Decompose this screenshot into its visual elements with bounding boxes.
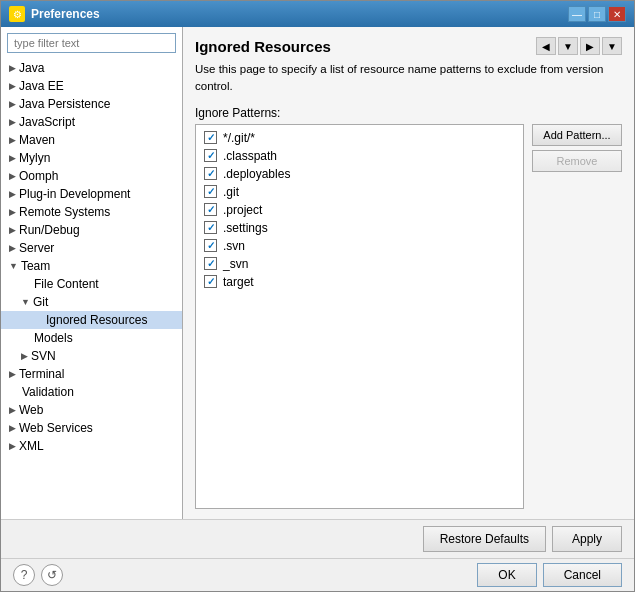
remove-button[interactable]: Remove [532, 150, 622, 172]
content-area: ▶Java▶Java EE▶Java Persistence▶JavaScrip… [1, 27, 634, 519]
tree-item-svn[interactable]: ▶SVN [1, 347, 182, 365]
expand-arrow-run-debug: ▶ [9, 225, 16, 235]
tree-item-terminal[interactable]: ▶Terminal [1, 365, 182, 383]
tree-label-svn: SVN [31, 349, 56, 363]
pattern-checkbox-2[interactable] [204, 167, 217, 180]
tree-label-team: Team [21, 259, 50, 273]
expand-arrow-javascript: ▶ [9, 117, 16, 127]
footer-bar: ? ↺ OK Cancel [1, 558, 634, 591]
expand-arrow-remote-systems: ▶ [9, 207, 16, 217]
tree-item-java[interactable]: ▶Java [1, 59, 182, 77]
back-button[interactable]: ◀ [536, 37, 556, 55]
expand-arrow-web: ▶ [9, 405, 16, 415]
dropdown-button[interactable]: ▼ [558, 37, 578, 55]
pattern-checkbox-1[interactable] [204, 149, 217, 162]
pattern-item-0[interactable]: */.git/* [198, 129, 521, 147]
expand-arrow-oomph: ▶ [9, 171, 16, 181]
add-pattern-button[interactable]: Add Pattern... [532, 124, 622, 146]
close-button[interactable]: ✕ [608, 6, 626, 22]
maximize-button[interactable]: □ [588, 6, 606, 22]
tree-item-oomph[interactable]: ▶Oomph [1, 167, 182, 185]
tree-label-file-content: File Content [34, 277, 99, 291]
nav-menu-button[interactable]: ▼ [602, 37, 622, 55]
preferences-window: ⚙ Preferences — □ ✕ ▶Java▶Java EE▶Java P… [0, 0, 635, 592]
expand-arrow-mylyn: ▶ [9, 153, 16, 163]
tree-item-run-debug[interactable]: ▶Run/Debug [1, 221, 182, 239]
pattern-label-2: .deployables [223, 167, 290, 181]
tree-item-models[interactable]: Models [1, 329, 182, 347]
pattern-checkbox-0[interactable] [204, 131, 217, 144]
forward-button[interactable]: ▶ [580, 37, 600, 55]
tree-label-models: Models [34, 331, 73, 345]
tree-label-git: Git [33, 295, 48, 309]
tree-label-remote-systems: Remote Systems [19, 205, 110, 219]
tree-item-web[interactable]: ▶Web [1, 401, 182, 419]
tree-label-terminal: Terminal [19, 367, 64, 381]
pattern-checkbox-4[interactable] [204, 203, 217, 216]
pattern-checkbox-7[interactable] [204, 257, 217, 270]
tree-item-server[interactable]: ▶Server [1, 239, 182, 257]
expand-arrow-java: ▶ [9, 63, 16, 73]
window-icon: ⚙ [9, 6, 25, 22]
restore-defaults-button[interactable]: Restore Defaults [423, 526, 546, 552]
tree-item-mylyn[interactable]: ▶Mylyn [1, 149, 182, 167]
tree-item-java-ee[interactable]: ▶Java EE [1, 77, 182, 95]
pattern-item-2[interactable]: .deployables [198, 165, 521, 183]
pattern-label-5: .settings [223, 221, 268, 235]
pattern-checkbox-5[interactable] [204, 221, 217, 234]
tree-label-validation: Validation [22, 385, 74, 399]
tree-label-xml: XML [19, 439, 44, 453]
expand-arrow-server: ▶ [9, 243, 16, 253]
pattern-item-7[interactable]: _svn [198, 255, 521, 273]
pattern-label-3: .git [223, 185, 239, 199]
tree-label-java-persistence: Java Persistence [19, 97, 110, 111]
pattern-item-8[interactable]: target [198, 273, 521, 291]
preferences-icon[interactable]: ↺ [41, 564, 63, 586]
minimize-button[interactable]: — [568, 6, 586, 22]
pattern-checkbox-8[interactable] [204, 275, 217, 288]
ok-button[interactable]: OK [477, 563, 536, 587]
pattern-item-6[interactable]: .svn [198, 237, 521, 255]
tree-label-maven: Maven [19, 133, 55, 147]
help-icon[interactable]: ? [13, 564, 35, 586]
tree-item-git[interactable]: ▼Git [1, 293, 182, 311]
tree-label-web: Web [19, 403, 43, 417]
tree-item-ignored-resources[interactable]: Ignored Resources [1, 311, 182, 329]
expand-arrow-git: ▼ [21, 297, 30, 307]
title-buttons: — □ ✕ [568, 6, 626, 22]
cancel-button[interactable]: Cancel [543, 563, 622, 587]
description-text: Use this page to specify a list of resou… [195, 61, 622, 96]
pattern-item-3[interactable]: .git [198, 183, 521, 201]
tree-item-xml[interactable]: ▶XML [1, 437, 182, 455]
expand-arrow-java-persistence: ▶ [9, 99, 16, 109]
tree-item-java-persistence[interactable]: ▶Java Persistence [1, 95, 182, 113]
tree-item-maven[interactable]: ▶Maven [1, 131, 182, 149]
expand-arrow-svn: ▶ [21, 351, 28, 361]
patterns-area: */.git/*.classpath.deployables.git.proje… [195, 124, 622, 510]
tree-area: ▶Java▶Java EE▶Java Persistence▶JavaScrip… [1, 59, 182, 519]
tree-label-oomph: Oomph [19, 169, 58, 183]
pattern-item-4[interactable]: .project [198, 201, 521, 219]
pattern-checkbox-3[interactable] [204, 185, 217, 198]
search-input[interactable] [7, 33, 176, 53]
apply-button[interactable]: Apply [552, 526, 622, 552]
tree-item-team[interactable]: ▼Team [1, 257, 182, 275]
tree-label-java-ee: Java EE [19, 79, 64, 93]
patterns-list: */.git/*.classpath.deployables.git.proje… [195, 124, 524, 510]
right-panel: Ignored Resources ◀ ▼ ▶ ▼ Use this page … [183, 27, 634, 519]
pattern-buttons: Add Pattern... Remove [532, 124, 622, 510]
panel-title: Ignored Resources [195, 38, 331, 55]
pattern-checkbox-6[interactable] [204, 239, 217, 252]
tree-item-plugin-dev[interactable]: ▶Plug-in Development [1, 185, 182, 203]
pattern-item-5[interactable]: .settings [198, 219, 521, 237]
expand-arrow-web-services: ▶ [9, 423, 16, 433]
expand-arrow-java-ee: ▶ [9, 81, 16, 91]
tree-label-mylyn: Mylyn [19, 151, 50, 165]
tree-item-validation[interactable]: Validation [1, 383, 182, 401]
tree-item-web-services[interactable]: ▶Web Services [1, 419, 182, 437]
tree-item-file-content[interactable]: File Content [1, 275, 182, 293]
window-title: Preferences [31, 7, 100, 21]
pattern-item-1[interactable]: .classpath [198, 147, 521, 165]
tree-item-javascript[interactable]: ▶JavaScript [1, 113, 182, 131]
tree-item-remote-systems[interactable]: ▶Remote Systems [1, 203, 182, 221]
